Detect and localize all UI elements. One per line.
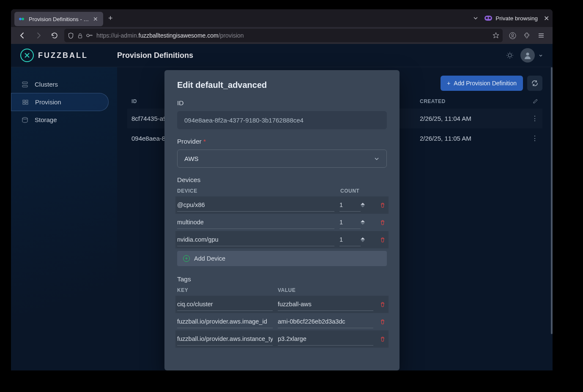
svg-rect-13: [26, 103, 28, 104]
tag-row: [175, 296, 389, 313]
browser-tab[interactable]: Provision Definitions - Fu… ✕: [14, 12, 103, 26]
step-down-icon[interactable]: [361, 205, 365, 207]
avatar-icon: [520, 48, 535, 63]
step-up-icon[interactable]: [361, 203, 365, 205]
delete-tag-button[interactable]: [378, 302, 387, 308]
svg-point-6: [508, 54, 512, 57]
account-icon[interactable]: [506, 29, 519, 42]
count-stepper[interactable]: [361, 220, 365, 225]
count-stepper[interactable]: [361, 203, 365, 207]
menu-icon[interactable]: [535, 29, 547, 42]
cell-created: 2/26/25, 11:05 AM: [420, 135, 526, 142]
row-actions-button[interactable]: ⋮: [526, 134, 538, 142]
count-stepper[interactable]: [361, 237, 365, 242]
id-label: ID: [177, 99, 387, 107]
provision-icon: [22, 99, 29, 106]
refresh-button[interactable]: [527, 76, 542, 91]
theme-toggle-icon[interactable]: [506, 52, 514, 59]
add-provision-definition-button[interactable]: + Add Provision Definition: [441, 76, 523, 91]
back-button[interactable]: [16, 29, 29, 42]
delete-device-button[interactable]: [378, 202, 387, 208]
svg-rect-2: [79, 35, 82, 38]
plus-circle-icon: +: [183, 255, 190, 262]
trash-icon: [380, 202, 386, 208]
trash-icon: [380, 319, 386, 325]
nav-bar: https://ui-admin.fuzzballtestingisawesom…: [11, 27, 553, 44]
reload-button[interactable]: [48, 29, 61, 42]
forward-button[interactable]: [32, 29, 45, 42]
refresh-icon: [531, 80, 538, 87]
row-actions-button[interactable]: ⋮: [526, 114, 538, 122]
brand-text: FUZZBALL: [38, 51, 88, 60]
delete-tag-button[interactable]: [378, 319, 387, 325]
chevron-down-icon: [538, 53, 543, 58]
devices-label: Devices: [177, 176, 387, 184]
tag-key-input[interactable]: [177, 332, 273, 346]
private-browsing-badge: Private browsing: [484, 15, 538, 22]
browser-window: Provision Definitions - Fu… ✕ + Private …: [11, 9, 553, 370]
new-tab-button[interactable]: +: [103, 11, 118, 25]
device-column-header: DEVICE: [177, 188, 340, 194]
user-menu[interactable]: [520, 48, 543, 63]
mask-icon: [484, 16, 492, 21]
trash-icon: [380, 302, 386, 308]
sidebar-item-clusters[interactable]: Clusters: [11, 76, 117, 93]
tab-strip: Provision Definitions - Fu… ✕ + Private …: [11, 9, 553, 27]
edit-columns-icon: [532, 98, 538, 104]
add-button-label: Add Provision Definition: [454, 80, 517, 87]
tag-key-input[interactable]: [177, 315, 273, 328]
trash-icon: [380, 336, 386, 342]
sidebar-item-label: Provision: [35, 98, 61, 106]
trash-icon: [380, 237, 386, 243]
tag-value-input[interactable]: [278, 332, 373, 346]
modal-title: Edit default_advanced: [177, 80, 387, 90]
device-count-input[interactable]: [339, 216, 361, 229]
device-row: [175, 196, 389, 214]
step-down-icon[interactable]: [361, 223, 365, 225]
scrollbar[interactable]: [551, 67, 553, 334]
tag-key-input[interactable]: [177, 298, 273, 311]
provider-label: Provider *: [177, 138, 387, 145]
favicon-icon: [19, 16, 25, 22]
step-up-icon[interactable]: [361, 237, 365, 240]
device-name-input[interactable]: [177, 233, 334, 246]
page-title: Provision Definitions: [117, 51, 506, 60]
svg-point-1: [22, 18, 24, 20]
svg-point-0: [19, 18, 22, 20]
tag-row: [177, 313, 387, 330]
device-count-input[interactable]: [339, 199, 361, 212]
add-device-button[interactable]: + Add Device: [177, 251, 387, 266]
delete-device-button[interactable]: [378, 237, 387, 243]
id-field: 094e8aea-8f2a-4377-9180-3b1762888ce4: [177, 111, 387, 129]
private-browsing-label: Private browsing: [495, 15, 538, 22]
edit-modal: Edit default_advanced ID 094e8aea-8f2a-4…: [164, 70, 400, 370]
sidebar: Clusters Provision Storage: [11, 67, 117, 370]
tags-label: Tags: [177, 275, 387, 283]
app: FUZZBALL Provision Definitions: [11, 44, 553, 370]
tag-value-input[interactable]: [278, 298, 373, 311]
close-window-button[interactable]: ✕: [544, 14, 549, 22]
delete-device-button[interactable]: [378, 220, 387, 226]
delete-tag-button[interactable]: [378, 336, 387, 342]
device-name-input[interactable]: [177, 216, 334, 229]
shield-icon: [68, 33, 74, 39]
tag-row: [175, 330, 389, 348]
device-name-input[interactable]: [177, 199, 334, 212]
sidebar-item-storage[interactable]: Storage: [11, 111, 117, 128]
tabs-dropdown-icon[interactable]: [473, 15, 479, 21]
step-down-icon[interactable]: [361, 240, 365, 242]
tag-value-input[interactable]: [278, 315, 373, 328]
url-bar[interactable]: https://ui-admin.fuzzballtestingisawesom…: [64, 29, 503, 42]
logo[interactable]: FUZZBALL: [20, 49, 117, 62]
devices-header: DEVICE COUNT: [177, 188, 387, 194]
sidebar-item-provision[interactable]: Provision: [11, 93, 109, 111]
count-column-header: COUNT: [340, 188, 387, 194]
provider-select[interactable]: AWS: [177, 150, 387, 168]
extensions-icon[interactable]: [520, 29, 533, 42]
bookmark-icon[interactable]: [493, 32, 499, 39]
device-count-input[interactable]: [339, 233, 361, 246]
svg-rect-8: [22, 82, 27, 84]
column-header-actions[interactable]: [526, 98, 538, 104]
step-up-icon[interactable]: [361, 220, 365, 222]
close-icon[interactable]: ✕: [91, 15, 100, 23]
